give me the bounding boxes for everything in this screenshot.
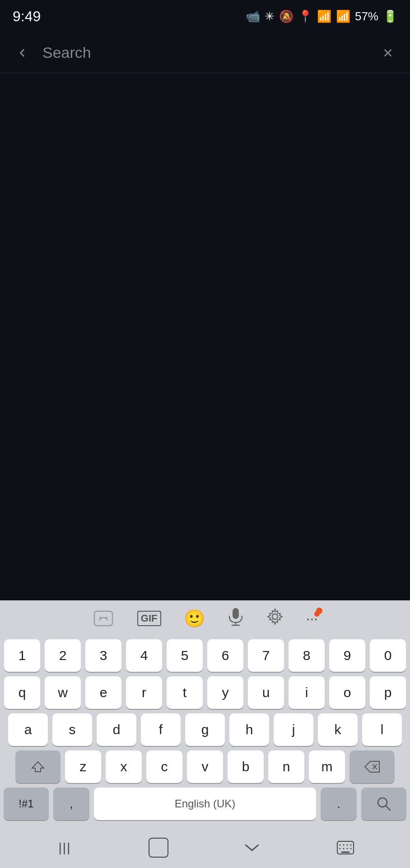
svg-point-4 [106, 617, 107, 618]
key-6[interactable]: 6 [207, 639, 243, 672]
key-r[interactable]: r [126, 676, 162, 709]
key-1[interactable]: 1 [4, 639, 40, 672]
zxcv-row: z x c v b n m [4, 750, 406, 783]
shift-key[interactable] [15, 750, 61, 783]
mic-button[interactable] [228, 607, 244, 630]
key-e[interactable]: e [85, 676, 121, 709]
battery-icon: 🔋 [383, 9, 397, 24]
key-4[interactable]: 4 [126, 639, 162, 672]
content-area [0, 73, 410, 600]
key-o[interactable]: o [329, 676, 365, 709]
key-c[interactable]: c [146, 750, 182, 783]
search-input[interactable] [42, 44, 368, 61]
nav-bar: ||| [0, 827, 410, 868]
status-icons: 📹 ✳ 🔕 📍 📶 📶 57% 🔋 [246, 9, 397, 24]
key-b[interactable]: b [228, 750, 264, 783]
svg-line-13 [386, 806, 390, 810]
key-v[interactable]: v [187, 750, 223, 783]
period-key[interactable]: . [321, 788, 357, 820]
mute-icon: 🔕 [279, 9, 294, 24]
gif-button[interactable]: GIF [137, 611, 161, 626]
clear-button[interactable] [377, 42, 399, 64]
svg-marker-9 [32, 762, 44, 772]
bottom-row: !#1 , English (UK) . [4, 788, 406, 820]
asdf-row: a s d f g h j k l [4, 713, 406, 746]
key-x[interactable]: x [106, 750, 142, 783]
svg-rect-5 [233, 608, 239, 619]
delete-key[interactable] [349, 750, 395, 783]
key-n[interactable]: n [268, 750, 304, 783]
space-key[interactable]: English (UK) [94, 788, 316, 820]
key-h[interactable]: h [229, 713, 269, 746]
key-f[interactable]: f [141, 713, 181, 746]
key-5[interactable]: 5 [167, 639, 203, 672]
key-p[interactable]: p [370, 676, 406, 709]
key-s[interactable]: s [52, 713, 92, 746]
status-bar: 9:49 📹 ✳ 🔕 📍 📶 📶 57% 🔋 [0, 0, 410, 33]
key-z[interactable]: z [65, 750, 101, 783]
search-key[interactable] [361, 788, 406, 820]
key-l[interactable]: l [362, 713, 402, 746]
symbols-key[interactable]: !#1 [4, 788, 49, 820]
signal-icon: 📶 [336, 9, 350, 24]
qwerty-row: q w e r t y u i o p [4, 676, 406, 709]
keyboard-toolbar: GIF 🙂 ··· [0, 600, 410, 637]
bluetooth-icon: ✳ [265, 9, 275, 24]
key-m[interactable]: m [309, 750, 345, 783]
nav-recents-button[interactable] [234, 834, 270, 861]
number-row: 1 2 3 4 5 6 7 8 9 0 [4, 639, 406, 672]
key-9[interactable]: 9 [329, 639, 365, 672]
key-q[interactable]: q [4, 676, 40, 709]
back-button[interactable] [11, 42, 33, 64]
search-bar [0, 33, 410, 73]
key-a[interactable]: a [8, 713, 48, 746]
key-w[interactable]: w [45, 676, 81, 709]
battery-indicator: 57% [355, 9, 378, 24]
keyboard: GIF 🙂 ··· 1 2 3 4 5 [0, 600, 410, 868]
svg-point-8 [272, 614, 278, 619]
video-camera-icon: 📹 [246, 9, 260, 24]
key-j[interactable]: j [274, 713, 313, 746]
nav-back-button[interactable]: ||| [47, 834, 83, 861]
nav-home-button[interactable] [140, 834, 177, 861]
location-icon: 📍 [298, 9, 312, 24]
status-time: 9:49 [13, 8, 41, 25]
key-3[interactable]: 3 [85, 639, 121, 672]
key-d[interactable]: d [97, 713, 136, 746]
key-k[interactable]: k [318, 713, 358, 746]
key-8[interactable]: 8 [289, 639, 325, 672]
settings-button[interactable] [266, 608, 284, 629]
svg-rect-2 [94, 611, 112, 626]
key-g[interactable]: g [185, 713, 225, 746]
more-button[interactable]: ··· [306, 610, 318, 627]
comma-key[interactable]: , [53, 788, 89, 820]
emoji-button[interactable]: 🙂 [184, 609, 205, 628]
key-2[interactable]: 2 [45, 639, 81, 672]
key-t[interactable]: t [167, 676, 203, 709]
svg-point-3 [99, 617, 101, 618]
nav-keyboard-button[interactable] [327, 834, 363, 861]
wifi-icon: 📶 [317, 9, 331, 24]
key-u[interactable]: u [248, 676, 284, 709]
key-0[interactable]: 0 [370, 639, 406, 672]
sticker-icon[interactable] [92, 609, 115, 627]
keys-area: 1 2 3 4 5 6 7 8 9 0 q w e r t y u i o p … [0, 637, 410, 827]
key-7[interactable]: 7 [248, 639, 284, 672]
key-y[interactable]: y [207, 676, 243, 709]
key-i[interactable]: i [289, 676, 325, 709]
